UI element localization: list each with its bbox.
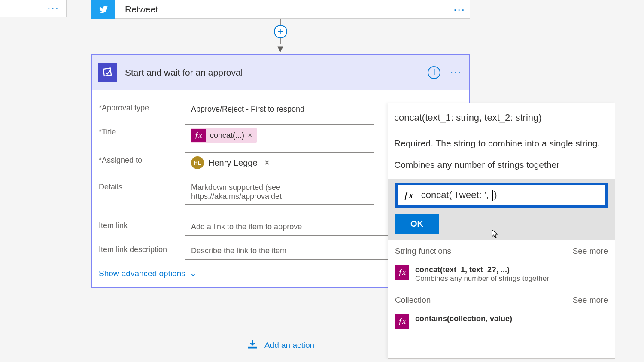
label-item-link-desc: Item link description [99,242,185,254]
label-item-link: Item link [99,218,185,230]
token-label: concat(...) [210,131,244,140]
person-name: Henry Legge [208,158,258,168]
label-approval-type: *Approval type [99,100,185,113]
remove-person-icon[interactable]: × [264,157,270,168]
see-more-link[interactable]: See more [573,295,608,305]
approval-more-icon[interactable]: ··· [448,66,464,79]
details-placeholder: Markdown supported (see https://aka.ms/a… [191,183,368,201]
category-label: String functions [395,246,451,256]
show-advanced-toggle[interactable]: Show advanced options ⌄ [99,268,197,278]
connector-line-icon [280,19,281,25]
add-action-label: Add an action [264,341,314,350]
chevron-down-icon: ⌄ [190,268,197,278]
approval-title: Start and wait for an approval [125,67,420,78]
expression-description: Combines any number of strings together [388,160,615,179]
expression-ok-row: OK [388,208,615,240]
expression-required-text: Required. The string to combine into a s… [388,127,615,160]
fx-icon: ƒx [191,129,206,142]
approval-type-value: Approve/Reject - First to respond [191,105,304,114]
details-input[interactable]: Markdown supported (see https://aka.ms/a… [185,179,374,205]
previous-card-more-icon[interactable]: ··· [47,2,59,15]
expression-signature: concat(text_1: string, text_2: string) [388,103,615,127]
text-caret [492,190,493,201]
retweet-more-icon[interactable]: ··· [453,3,465,16]
function-name: contains(collection, value) [415,314,512,323]
remove-token-icon[interactable]: × [248,131,252,140]
add-action-icon [246,338,258,352]
fx-icon: ƒx [395,265,409,280]
action-card-retweet[interactable]: Retweet ··· [91,0,470,19]
label-title: *Title [99,124,185,137]
info-icon[interactable]: i [428,66,440,79]
expression-text: concat('Tweet: ', ) [421,189,497,201]
label-details: Details [99,179,185,192]
twitter-icon [91,0,115,19]
connector: + ▼ [91,19,470,54]
category-header-collection[interactable]: Collection See more [388,289,615,311]
insert-step-button[interactable]: + [274,25,287,38]
function-desc: Combines any number of strings together [415,274,549,283]
retweet-title: Retweet [125,4,453,15]
approval-header[interactable]: Start and wait for an approval i ··· [92,55,469,90]
title-input[interactable]: ƒx concat(...) × [185,124,374,146]
function-name: concat(text_1, text_2?, ...) [415,265,549,274]
function-item-contains[interactable]: ƒx contains(collection, value) [388,311,615,335]
expression-input-bar: ƒx concat('Tweet: ', ) [388,179,615,208]
show-advanced-label: Show advanced options [99,269,185,278]
label-assigned-to: *Assigned to [99,152,185,165]
previous-card-fragment: ··· [0,0,67,17]
see-more-link[interactable]: See more [573,246,608,256]
ok-button[interactable]: OK [395,214,439,234]
category-header-string[interactable]: String functions See more [388,240,615,262]
fx-icon: ƒx [404,189,413,201]
function-item-concat[interactable]: ƒx concat(text_1, text_2?, ...) Combines… [388,262,615,289]
approval-icon [98,63,117,82]
item-link-desc-placeholder: Describe the link to the item [191,246,286,256]
expression-panel: concat(text_1: string, text_2: string) R… [388,103,615,359]
expression-token[interactable]: ƒx concat(...) × [191,128,257,143]
expression-input[interactable]: ƒx concat('Tweet: ', ) [395,183,608,208]
item-link-placeholder: Add a link to the item to approve [191,222,302,231]
fx-icon: ƒx [395,314,409,329]
svg-rect-0 [249,347,257,348]
avatar: HL [191,156,204,169]
person-token[interactable]: HL Henry Legge × [191,156,270,169]
category-label: Collection [395,295,431,305]
arrow-down-icon: ▼ [276,44,285,54]
assigned-to-input[interactable]: HL Henry Legge × [185,152,374,173]
